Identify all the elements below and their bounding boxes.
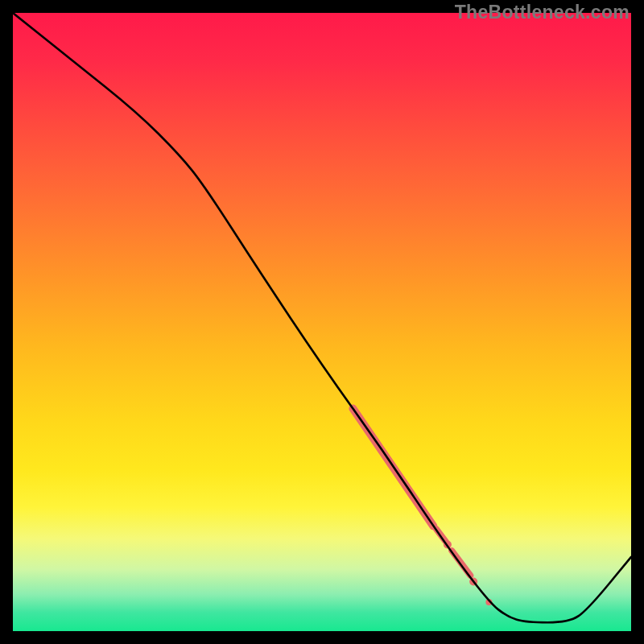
background-gradient	[13, 13, 631, 631]
watermark-text: TheBottleneck.com	[455, 2, 630, 23]
chart-container: TheBottleneck.com	[0, 0, 644, 644]
plot-area	[13, 13, 631, 631]
plot-svg	[13, 13, 631, 631]
